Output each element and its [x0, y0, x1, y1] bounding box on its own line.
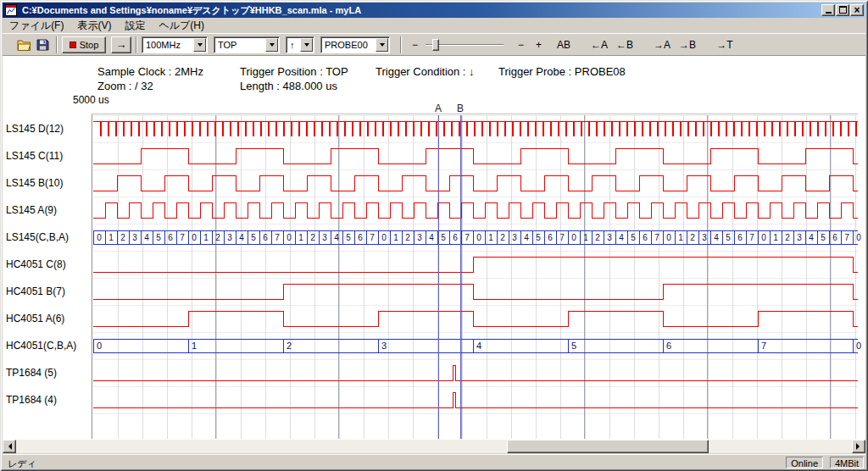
- horizontal-scrollbar[interactable]: [3, 440, 865, 453]
- bus-value: 4: [239, 233, 244, 242]
- bus-value: 1: [678, 233, 683, 242]
- channel-label: HC4051 B(7): [6, 285, 65, 297]
- bus-value: 7: [749, 233, 754, 242]
- channel-label: HC4051(C,B,A): [6, 340, 76, 352]
- bus-value: 5: [346, 233, 351, 242]
- trace-row-7: [93, 311, 858, 326]
- channel-label: LS145 D(12): [6, 123, 64, 135]
- scroll-right-button[interactable]: [852, 440, 865, 453]
- bus-value: 6: [168, 233, 173, 242]
- bus-value: 3: [702, 233, 707, 242]
- zoom-info: Zoom : / 32: [97, 80, 153, 92]
- bus-value: 0: [287, 233, 292, 242]
- bus-value: 0: [571, 233, 576, 242]
- trace-row-3: [93, 202, 858, 218]
- bus-value: 5: [441, 233, 446, 242]
- bus-value: 7: [465, 233, 470, 242]
- trace-row-8: 012345670: [93, 339, 861, 352]
- sample-clock-info: Sample Clock : 2MHz: [97, 65, 203, 78]
- trigger-probe-info: Trigger Probe : PROBE08: [498, 65, 626, 78]
- bus-value: 2: [785, 233, 790, 242]
- bus-value: 1: [192, 341, 197, 351]
- bus-value: 7: [844, 233, 849, 242]
- bus-value: 0: [666, 233, 671, 242]
- channel-label: HC4051 A(6): [6, 313, 64, 324]
- status-memory: 4MBit: [830, 457, 864, 468]
- status-online: Online: [786, 457, 823, 468]
- bus-value: 1: [298, 233, 303, 242]
- bus-value: 3: [227, 233, 232, 242]
- scroll-left-button[interactable]: [3, 440, 16, 453]
- bus-value: 0: [856, 341, 861, 351]
- channel-label: LS145(C,B,A): [6, 231, 69, 243]
- grid: [92, 114, 858, 439]
- bus-value: 1: [108, 233, 114, 242]
- bus-value: 6: [453, 233, 458, 242]
- scrollbar-track[interactable]: [16, 440, 852, 453]
- arrow-left-icon: [5, 443, 12, 450]
- bus-value: 1: [773, 233, 778, 242]
- trigger-position-info: Trigger Position : TOP: [240, 65, 348, 78]
- bus-value: 1: [203, 233, 209, 242]
- bus-value: 6: [737, 233, 743, 242]
- bus-value: 3: [132, 233, 137, 242]
- bus-value: 4: [619, 233, 624, 242]
- bus-value: 6: [666, 341, 671, 351]
- timebase-label: 5000 us: [73, 94, 109, 106]
- bus-value: 2: [500, 233, 505, 242]
- statusbar: レディ Online 4MBit: [3, 454, 865, 468]
- trace-row-0: [93, 121, 858, 136]
- bus-value: 2: [595, 233, 600, 242]
- bus-value: 2: [310, 233, 315, 242]
- bus-value: 6: [263, 233, 268, 242]
- scrollbar-thumb[interactable]: [507, 440, 709, 453]
- bus-value: 7: [370, 233, 375, 242]
- bus-value: 3: [322, 233, 327, 242]
- bus-value: 0: [381, 233, 387, 242]
- bus-value: 0: [761, 233, 766, 242]
- bus-value: 1: [393, 233, 398, 242]
- bus-value: 6: [358, 233, 363, 242]
- bus-value: 5: [156, 233, 161, 242]
- bus-value: 3: [512, 233, 517, 242]
- bus-value: 3: [607, 233, 612, 242]
- bus-value: 4: [476, 341, 481, 351]
- trigger-condition-info: Trigger Condition : ↓: [376, 65, 475, 78]
- bus-value: 5: [571, 341, 576, 351]
- bus-value: 1: [488, 233, 493, 242]
- channel-label: LS145 A(9): [6, 204, 57, 216]
- bus-value: 7: [559, 233, 565, 242]
- bus-value: 6: [548, 233, 553, 242]
- arrow-right-icon: [856, 443, 863, 450]
- bus-value: 0: [476, 233, 481, 242]
- bus-value: 0: [97, 341, 102, 351]
- bus-value: 3: [381, 341, 387, 351]
- bus-value: 6: [643, 233, 648, 242]
- channel-label: LS145 C(11): [6, 150, 63, 162]
- channel-label: TP1684 (5): [6, 367, 57, 379]
- bus-value: 2: [287, 341, 292, 351]
- trace-row-9: [93, 365, 858, 380]
- bus-value: 5: [726, 233, 731, 242]
- bus-value: 5: [631, 233, 636, 242]
- trace-row-2: [93, 175, 858, 191]
- status-message: レディ: [8, 457, 36, 470]
- bus-value: 6: [832, 233, 837, 242]
- cursor-b-label: B: [457, 103, 464, 114]
- bus-value: 4: [144, 233, 149, 242]
- length-info: Length : 488.000 us: [240, 80, 337, 92]
- app-window: C:¥Documents and Settings¥noname¥デスクトップ¥…: [0, 0, 868, 471]
- bus-value: 7: [761, 341, 766, 351]
- bus-value: 4: [809, 233, 814, 242]
- bus-value: 4: [714, 233, 719, 242]
- bus-value: 7: [654, 233, 659, 242]
- bus-value: 3: [417, 233, 422, 242]
- bus-value: 2: [405, 233, 410, 242]
- bus-value: 0: [97, 233, 102, 242]
- bus-value: 4: [524, 233, 529, 242]
- bus-value: 2: [120, 233, 125, 242]
- cursor-a-label: A: [435, 103, 442, 114]
- trace-row-10: [93, 392, 858, 407]
- channel-label: HC4051 C(8): [6, 258, 66, 270]
- bus-value: 0: [856, 233, 861, 242]
